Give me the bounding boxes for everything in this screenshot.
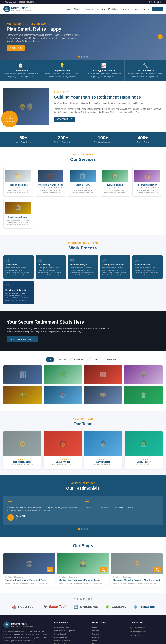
footer-link-paybills[interactable]: PayBills: [92, 636, 125, 638]
nav-about[interactable]: About ▾: [74, 8, 82, 10]
social-fb[interactable]: f: [149, 1, 150, 3]
portfolio-item-5[interactable]: 💵: [3, 386, 42, 404]
partner-2[interactable]: 🦅 Eagle Tech: [42, 604, 67, 610]
cta-desc: Expert Retirement Planning To Ensure A C…: [7, 327, 110, 333]
blog-1-image: 🏖️ 23Oct: [3, 553, 55, 574]
portfolio-grid: 📊 🌿 📰 🌳 💵 📚 💴 📋: [3, 365, 163, 404]
nav-blog[interactable]: Blog ▾: [132, 8, 138, 10]
stat-customers-num: 100+: [83, 135, 123, 140]
blog-card-1[interactable]: 🏖️ 23Oct By Admin | 0 Comments Traveling…: [3, 553, 55, 587]
step-2-title: Goal Setting: [38, 264, 64, 266]
hero-cta-button[interactable]: ABOUT US: [7, 45, 25, 51]
service-card-6[interactable]: 🏥 Healthcare & Legacy Lorem Ipsum Dolor …: [3, 199, 33, 229]
partner-1[interactable]: 🤖 ROBO TECH: [11, 604, 36, 610]
filter-income[interactable]: Income: [89, 357, 102, 362]
blog-card-2[interactable]: 🌄 11Sep By Admin | 0 Comments Starting Y…: [57, 553, 109, 587]
feature-card-2-desc: Lorem Ipsum Dolor Sit Amet Consectetur A…: [44, 72, 80, 78]
hero-next-button[interactable]: ›: [158, 34, 163, 39]
testimonial-dot-4[interactable]: [86, 528, 88, 530]
blogs-section: Our Blogs 🏖️ 23Oct By Admin | 0 Comments…: [0, 536, 166, 593]
partners-label: OUR PARTNERS: [3, 598, 163, 600]
testimonial-dot-3[interactable]: [84, 528, 85, 530]
footer-logo-icon: 🏦: [3, 621, 10, 628]
testimonial-dot-1[interactable]: [78, 528, 80, 530]
experience-badge: 50 YEARSEXPERIENCE: [1, 110, 18, 127]
footer-link-estate[interactable]: Estate Planning: [54, 636, 87, 638]
portfolio-item-4[interactable]: 🌳: [124, 365, 163, 384]
step-2-desc: Lorem Ipsum Dolor Sit Amet Consectetur A…: [38, 266, 64, 276]
footer-link-portfolio[interactable]: Portfolio: [92, 633, 125, 635]
team-member-3[interactable]: 👨 ★★★★★ David Carter FINANCIAL ADVISOR: [84, 431, 122, 469]
login-button[interactable]: Login: [152, 7, 163, 11]
feature-card-1-title: Custom Plans: [2, 69, 39, 72]
portfolio-item-8[interactable]: 📋: [124, 386, 163, 404]
footer-link-plans[interactable]: Personalized Plans: [54, 626, 87, 628]
blog-2-body: By Admin | 0 Comments Starting Your Reti…: [57, 574, 109, 587]
footer-link-income[interactable]: Income Distribution: [54, 640, 87, 642]
partner-3-icon: 🔄: [73, 604, 79, 610]
nav-home[interactable]: Home: [65, 8, 71, 10]
testimonial-1-avatar: [7, 514, 14, 521]
filter-healthcare[interactable]: Healthcare: [104, 357, 120, 362]
nav-pages[interactable]: Pages ▾: [84, 8, 93, 10]
stat-customers: 100+ Satisfied Customers: [83, 135, 123, 144]
footer-link-social-security[interactable]: Social Security: [54, 633, 87, 635]
top-bar-email[interactable]: abc@gmail.com: [19, 1, 34, 3]
logo[interactable]: 🏦 RetireSmart Planning Your Golden Years: [3, 6, 34, 12]
filter-finance[interactable]: Finance: [56, 357, 70, 362]
top-bar-phone[interactable]: +000-000-000: [3, 1, 16, 3]
social-in[interactable]: in: [154, 1, 156, 3]
footer-link-blogs[interactable]: Blogs: [92, 643, 125, 644]
partner-5[interactable]: ⚙️ TechGroup: [133, 604, 155, 610]
team-2-stars: ★★★★★: [46, 458, 80, 460]
nav-contact[interactable]: Contact: [141, 8, 149, 10]
footer-link-services[interactable]: Services: [92, 630, 125, 632]
hero-dot-3[interactable]: [84, 56, 85, 58]
footer-address: Address Info: [134, 635, 144, 637]
portfolio-item-1[interactable]: 📊: [3, 365, 42, 384]
team-title: Our Team: [3, 421, 163, 426]
social-gp[interactable]: g+: [161, 1, 163, 3]
footer-phone-item: 📞 +000-000-000: [130, 626, 163, 629]
service-card-4[interactable]: 🏠 Estate Planning Lorem Ipsum Dolor Sit …: [100, 167, 130, 196]
service-card-3[interactable]: 🏛️ Social Security Lorem Ipsum Dolor Sit…: [68, 167, 98, 196]
testimonial-dot-2[interactable]: [81, 528, 83, 530]
step-6-num: 06: [5, 284, 31, 288]
team-member-4[interactable]: 👩‍💼 ★★★★★ Emily Foster INCOME ADVISOR: [125, 431, 163, 469]
cta-banner: Your Secure Retirement Starts Here Exper…: [0, 311, 166, 350]
step-2-num: 02: [38, 258, 64, 263]
footer-link-investment[interactable]: Investment Management: [54, 630, 87, 632]
blogs-grid: 🏖️ 23Oct By Admin | 0 Comments Traveling…: [3, 553, 163, 587]
feature-card-2-title: Expert Advice: [44, 69, 80, 72]
service-card-5[interactable]: 💰 Income Distribution Lorem Ipsum Dolor …: [132, 167, 162, 196]
portfolio-item-2[interactable]: 🌿: [44, 365, 82, 384]
hero-dot-2[interactable]: [81, 56, 83, 58]
footer-link-healthcare[interactable]: Healthcare & Legacy: [54, 643, 87, 644]
partner-3[interactable]: 🔄 CYBERSYNC: [73, 604, 98, 610]
team-member-2[interactable]: 👩 ★★★★★ Sarah Walker INVESTMENT ADVISOR: [44, 431, 82, 469]
nav-service[interactable]: Service ▾: [96, 8, 105, 10]
hero-dot-4[interactable]: [86, 56, 88, 58]
portfolio-item-6[interactable]: 📚: [44, 386, 82, 404]
stat-projects-num: 200+: [43, 135, 83, 140]
filter-investment[interactable]: Investment: [71, 357, 88, 362]
hero-dot-1[interactable]: [78, 56, 80, 58]
service-card-2[interactable]: 💼 Investment Management Lorem Ipsum Dolo…: [36, 167, 66, 196]
nav-portfolio[interactable]: Portfolio ▾: [108, 8, 118, 10]
blog-card-3[interactable]: 🎨 05Aug By Admin | 0 Comments Balancing …: [111, 553, 163, 587]
filter-all[interactable]: All: [46, 357, 54, 362]
service-card-1[interactable]: 🗂️ Personalized Plans Lorem Ipsum Dolor …: [3, 167, 33, 196]
portfolio-item-3[interactable]: 📰: [84, 365, 122, 384]
partner-4[interactable]: 🧩 COGILINK: [105, 604, 126, 610]
about-contact-button[interactable]: CONTACT US: [54, 116, 75, 122]
footer-link-about[interactable]: About: [92, 626, 125, 628]
partner-4-icon: 🧩: [105, 604, 111, 610]
cta-button[interactable]: BOOK APPOINTMENT: [7, 336, 38, 342]
footer-link-events[interactable]: Events: [92, 640, 125, 642]
social-yt[interactable]: yt: [157, 1, 159, 3]
social-tw[interactable]: t: [152, 1, 152, 3]
nav-event[interactable]: Event ▾: [121, 8, 129, 10]
email-icon: ✉: [130, 631, 132, 633]
team-member-1[interactable]: 👴 ★★★★★ Robert Reynolds RETIREMENT PLANN…: [3, 431, 41, 469]
portfolio-item-7[interactable]: 💴: [84, 386, 122, 404]
